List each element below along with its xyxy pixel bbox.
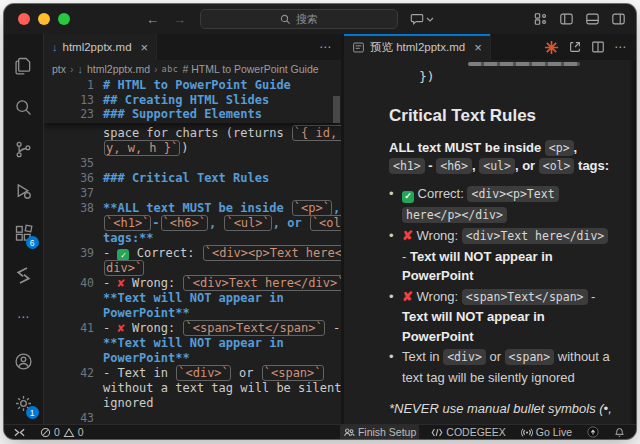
chat-button[interactable]: [410, 12, 434, 26]
line-number: [44, 306, 94, 321]
starburst-icon[interactable]: [544, 40, 559, 55]
code-line[interactable]: 40- ✘ Wrong: `<div>Text here</div>` -: [44, 276, 341, 291]
cross-icon: ✘: [402, 289, 413, 304]
code-line[interactable]: tags:**: [44, 231, 341, 246]
activity-source-control[interactable]: [4, 128, 44, 170]
minimize-window-button[interactable]: [38, 13, 50, 25]
status-circle-icon: [587, 426, 599, 438]
line-content: PowerPoint**: [94, 351, 190, 366]
code-line[interactable]: 42- Text in `<div>` or `<span>`: [44, 366, 341, 381]
activity-explorer[interactable]: [4, 44, 44, 86]
activity-extensions[interactable]: 6: [4, 212, 44, 254]
codegeex-icon: [13, 265, 34, 286]
tab-label: 预览 html2pptx.md: [370, 40, 465, 55]
code-line[interactable]: 36### Critical Text Rules: [44, 171, 341, 186]
settings-badge: 1: [26, 406, 39, 419]
token: Text will NOT appear in PowerPoint: [402, 249, 553, 284]
chevron-down-icon: [426, 15, 434, 23]
markdown-editor[interactable]: 1# HTML to PowerPoint Guide13## Creating…: [44, 78, 341, 424]
toggle-secondary-sidebar-icon[interactable]: [611, 12, 626, 26]
settings-button[interactable]: 1: [4, 382, 44, 424]
code-line[interactable]: PowerPoint**: [44, 351, 341, 366]
line-number: [44, 216, 94, 231]
code-line[interactable]: **Text will NOT appear in: [44, 336, 341, 351]
split-editor-icon[interactable]: [591, 40, 605, 54]
code-line[interactable]: ignored: [44, 396, 341, 411]
code-line[interactable]: 13## Creating HTML Slides: [44, 93, 341, 108]
extensions-badge: 6: [26, 236, 39, 249]
token: Text in: [402, 349, 443, 364]
code-line[interactable]: PowerPoint**: [44, 306, 341, 321]
back-arrow-icon[interactable]: ←: [146, 12, 159, 27]
status-circle-button[interactable]: [584, 425, 602, 440]
source-control-icon: [13, 139, 34, 160]
code-line[interactable]: 43: [44, 411, 341, 425]
code-line[interactable]: 37: [44, 186, 341, 201]
activity-search[interactable]: [4, 86, 44, 128]
code-area[interactable]: space for charts (returns `{ id, x,y, w,…: [44, 123, 341, 425]
more-actions-icon[interactable]: ⋯: [319, 40, 332, 54]
run-debug-icon: [13, 181, 34, 202]
token: ALL text MUST be inside: [389, 140, 545, 155]
notifications-button[interactable]: [611, 425, 628, 440]
breadcrumb-file[interactable]: html2pptx.md: [87, 63, 150, 75]
code-line[interactable]: **Text will NOT appear in: [44, 291, 341, 306]
more-actions-icon[interactable]: ⋯: [614, 40, 627, 54]
problems-indicator[interactable]: 0 0: [37, 425, 87, 440]
preview-heading: Critical Text Rules: [389, 106, 612, 126]
token: `<span>`: [262, 365, 324, 381]
breadcrumb-folder[interactable]: ptx: [52, 63, 66, 75]
token: <h1>: [389, 158, 425, 174]
token: Correct:: [414, 186, 467, 201]
line-content: # HTML to PowerPoint Guide: [94, 78, 291, 93]
activity-run-debug[interactable]: [4, 170, 44, 212]
line-number: 38: [44, 201, 94, 216]
breadcrumb-symbol[interactable]: # HTML to PowerPoint Guide: [182, 63, 318, 75]
code-line[interactable]: div>`: [44, 261, 341, 276]
editor-scrollbar[interactable]: [333, 96, 340, 123]
close-icon[interactable]: ×: [474, 40, 482, 55]
close-window-button[interactable]: [18, 13, 30, 25]
activity-codegeex[interactable]: [4, 254, 44, 296]
markdown-preview[interactable]: }) Critical Text Rules ALL text MUST be …: [344, 60, 636, 424]
code-line[interactable]: 39- ✓ Correct: `<div><p>Text here</p></: [44, 246, 341, 261]
tab-preview-html2pptx-md[interactable]: 预览 html2pptx.md ×: [344, 34, 491, 60]
tab-html2pptx-md[interactable]: ↓ html2pptx.md ×: [44, 34, 157, 60]
code-line[interactable]: without a text tag will be silently: [44, 381, 341, 396]
token: , or: [273, 216, 309, 230]
code-line[interactable]: `<h1>`-`<h6>`, `<ul>`, or `<ol>`: [44, 216, 341, 231]
line-number: [44, 336, 94, 351]
warning-count: 0: [78, 426, 84, 438]
error-icon: [40, 427, 51, 438]
go-live-button[interactable]: Go Live: [518, 425, 575, 440]
remote-icon: [13, 427, 26, 438]
zoom-window-button[interactable]: [58, 13, 70, 25]
open-changes-icon[interactable]: [568, 40, 582, 54]
code-line[interactable]: 23### Supported Elements: [44, 107, 341, 122]
accounts-button[interactable]: [4, 340, 44, 382]
code-line[interactable]: 35: [44, 156, 341, 171]
codegeex-status-button[interactable]: CODEGEEX: [428, 425, 509, 440]
code-line[interactable]: space for charts (returns `{ id, x,: [44, 126, 341, 141]
check-icon: ✓: [402, 191, 414, 203]
token: <p>: [545, 140, 574, 156]
finish-setup-button[interactable]: Finish Setup: [340, 425, 419, 440]
close-icon[interactable]: ×: [141, 40, 149, 55]
window-controls: [18, 13, 70, 25]
code-line[interactable]: 41- ✘ Wrong: `<span>Text</span>` -: [44, 321, 341, 336]
line-content: **ALL text MUST be inside `<p>`,: [94, 201, 340, 216]
code-line[interactable]: 1# HTML to PowerPoint Guide: [44, 78, 341, 93]
customize-layout-icon[interactable]: [534, 12, 548, 26]
code-line[interactable]: y, w, h }`): [44, 141, 341, 156]
code-line[interactable]: 38**ALL text MUST be inside `<p>`,: [44, 201, 341, 216]
toggle-panel-icon[interactable]: [585, 12, 600, 26]
toggle-sidebar-icon[interactable]: [559, 12, 574, 26]
remote-indicator[interactable]: [10, 425, 29, 440]
command-center-search[interactable]: 搜索: [200, 9, 398, 29]
activity-more[interactable]: ⋯: [4, 296, 44, 338]
forward-arrow-icon[interactable]: →: [173, 12, 186, 27]
code-block-tail: }): [419, 69, 612, 84]
finish-setup-icon: [343, 427, 355, 438]
token: - Text in: [103, 366, 175, 380]
token: ## Creating HTML Slides: [103, 93, 269, 107]
